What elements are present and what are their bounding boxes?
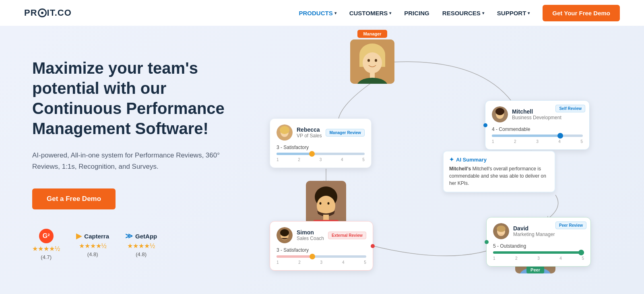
ai-summary-title: ✦ AI Summary bbox=[449, 156, 549, 163]
getapp-logo-row: ≫ GetApp bbox=[125, 232, 157, 240]
simon-connector-dot bbox=[371, 244, 375, 248]
performance-diagram: Manager bbox=[258, 26, 644, 294]
g2-score: (4.7) bbox=[41, 254, 52, 260]
simon-slider bbox=[277, 255, 366, 258]
chevron-down-icon: ▾ bbox=[389, 11, 391, 15]
nav-support[interactable]: SUPPORT ▾ bbox=[497, 10, 530, 17]
simon-role: Sales Coach bbox=[297, 236, 324, 241]
g2-logo-row: G² bbox=[39, 229, 54, 243]
capterra-stars: ★★★★½ bbox=[79, 242, 107, 250]
mitchell-card: Self Review Mitchell Business Developmen… bbox=[485, 100, 590, 150]
rating-capterra: ▶ Capterra ★★★★½ (4.8) bbox=[76, 232, 109, 257]
svg-rect-20 bbox=[323, 215, 329, 220]
mitchell-slider-labels: 12345 bbox=[492, 139, 583, 144]
g2-logo: G² bbox=[39, 229, 54, 243]
rebecca-name: Rebecca bbox=[297, 126, 322, 133]
svg-point-18 bbox=[320, 202, 322, 205]
rebecca-slider bbox=[277, 153, 365, 155]
mitchell-role: Business Development bbox=[512, 115, 583, 120]
svg-point-5 bbox=[375, 59, 377, 62]
peer-label: Peer bbox=[526, 266, 544, 273]
simon-info: Simon Sales Coach bbox=[297, 229, 324, 241]
rebecca-card: Rebecca VP of Sales Manager Review 3 - S… bbox=[270, 118, 372, 168]
david-slider bbox=[493, 251, 584, 254]
svg-point-37 bbox=[280, 229, 289, 236]
chevron-down-icon: ▾ bbox=[528, 11, 530, 15]
nav-products[interactable]: PRODUCTS ▾ bbox=[299, 10, 336, 17]
capterra-logo: ▶ bbox=[76, 232, 82, 240]
svg-point-19 bbox=[328, 202, 330, 205]
navigation: PRODUCTS ▾ CUSTOMERS ▾ PRICING RESOURCES… bbox=[299, 5, 620, 21]
nav-pricing[interactable]: PRICING bbox=[404, 10, 429, 17]
chevron-down-icon: ▾ bbox=[482, 11, 484, 15]
svg-point-31 bbox=[280, 126, 289, 134]
simon-card: Simon Sales Coach External Review 3 - Sa… bbox=[270, 221, 373, 271]
svg-point-34 bbox=[495, 108, 504, 115]
hero-subtitle: AI-powered, All-in-one system for Perfor… bbox=[32, 150, 225, 172]
simon-slider-labels: 12345 bbox=[277, 260, 366, 265]
simon-card-header: Simon Sales Coach External Review bbox=[277, 227, 366, 243]
david-card: Peer Review David Marketing Manager 5 - … bbox=[486, 217, 591, 267]
getapp-stars: ★★★★½ bbox=[127, 242, 155, 250]
david-slider-labels: 12345 bbox=[493, 256, 584, 261]
rating-g2: G² ★★★★½ (4.7) bbox=[32, 229, 60, 260]
logo-icon bbox=[38, 8, 47, 17]
external-avatar: External bbox=[306, 181, 346, 227]
hero-cta-button[interactable]: Get a Free Demo bbox=[32, 188, 116, 209]
mitchell-connector-dot bbox=[483, 123, 487, 127]
header-demo-button[interactable]: Get Your Free Demo bbox=[543, 5, 620, 21]
manager-photo-card: Manager bbox=[350, 30, 394, 84]
manager-badge: Manager bbox=[357, 30, 387, 38]
rebecca-info: Rebecca VP of Sales bbox=[297, 126, 322, 139]
capterra-score: (4.8) bbox=[87, 251, 98, 257]
manager-person-illustration bbox=[350, 39, 394, 84]
svg-point-3 bbox=[363, 52, 382, 73]
rebecca-rating-text: 3 - Satisfactory bbox=[277, 145, 365, 150]
chevron-down-icon: ▾ bbox=[334, 11, 336, 15]
simon-badge: External Review bbox=[328, 232, 366, 239]
rebecca-avatar-thumb bbox=[277, 124, 293, 141]
manager-avatar bbox=[350, 39, 394, 84]
mitchell-avatar-thumb bbox=[492, 106, 508, 122]
nav-resources[interactable]: RESOURCES ▾ bbox=[442, 10, 484, 17]
simon-avatar-thumb bbox=[277, 227, 293, 243]
rating-getapp: ≫ GetApp ★★★★½ (4.8) bbox=[125, 232, 157, 257]
mitchell-rating-text: 4 - Commendable bbox=[492, 126, 583, 132]
ai-summary-card: ✦ AI Summary Mitchell's Mitchell's overa… bbox=[443, 151, 555, 193]
svg-point-4 bbox=[367, 59, 370, 62]
getapp-logo: ≫ bbox=[125, 232, 133, 240]
rebecca-slider-labels: 12345 bbox=[277, 157, 365, 162]
rebecca-role: VP of Sales bbox=[297, 133, 322, 139]
getapp-score: (4.8) bbox=[136, 251, 147, 257]
hero-title: Maximize your team's potential with our … bbox=[32, 58, 233, 139]
nav-customers[interactable]: CUSTOMERS ▾ bbox=[349, 10, 392, 17]
svg-point-40 bbox=[497, 226, 506, 232]
david-role: Marketing Manager bbox=[513, 232, 584, 237]
logo[interactable]: PR IT.CO bbox=[24, 8, 72, 18]
rebecca-card-header: Rebecca VP of Sales Manager Review bbox=[277, 124, 365, 141]
rebecca-badge: Manager Review bbox=[326, 129, 364, 137]
ratings-row: G² ★★★★½ (4.7) ▶ Capterra ★★★★½ (4.8) ≫ … bbox=[32, 229, 233, 260]
mitchell-slider bbox=[492, 135, 583, 137]
david-rating-text: 5 - Outstanding bbox=[493, 243, 584, 249]
simon-name: Simon bbox=[297, 229, 324, 236]
mitchell-badge: Self Review bbox=[555, 105, 585, 112]
david-badge: Peer Review bbox=[555, 222, 586, 229]
david-connector-dot bbox=[485, 240, 489, 244]
g2-stars: ★★★★½ bbox=[32, 245, 60, 253]
capterra-logo-row: ▶ Capterra bbox=[76, 232, 109, 240]
main-content: Maximize your team's potential with our … bbox=[0, 26, 644, 294]
hero-section: Maximize your team's potential with our … bbox=[0, 26, 258, 294]
david-avatar-thumb bbox=[493, 223, 509, 239]
header: PR IT.CO PRODUCTS ▾ CUSTOMERS ▾ PRICING … bbox=[0, 0, 644, 26]
ai-summary-text: Mitchell's Mitchell's overall performanc… bbox=[449, 165, 549, 187]
simon-rating-text: 3 - Satisfactory bbox=[277, 247, 366, 253]
ai-spark-icon: ✦ bbox=[449, 156, 454, 163]
